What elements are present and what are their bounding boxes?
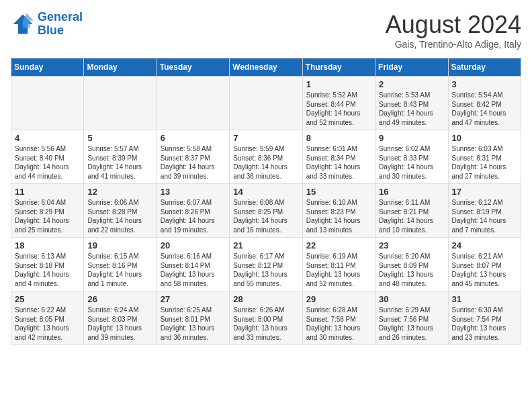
calendar-week-2: 4Sunrise: 5:56 AM Sunset: 8:40 PM Daylig… <box>11 130 521 184</box>
calendar-day: 23Sunrise: 6:20 AM Sunset: 8:09 PM Dayli… <box>375 238 448 291</box>
day-info: Sunrise: 6:13 AM Sunset: 8:18 PM Dayligh… <box>15 252 80 288</box>
day-info: Sunrise: 6:17 AM Sunset: 8:12 PM Dayligh… <box>233 252 298 288</box>
day-info: Sunrise: 6:30 AM Sunset: 7:54 PM Dayligh… <box>452 306 517 342</box>
calendar-day: 22Sunrise: 6:19 AM Sunset: 8:11 PM Dayli… <box>302 238 375 291</box>
calendar-day: 9Sunrise: 6:02 AM Sunset: 8:33 PM Daylig… <box>375 130 448 184</box>
logo-text: General Blue <box>38 11 83 38</box>
day-info: Sunrise: 6:26 AM Sunset: 8:00 PM Dayligh… <box>233 306 298 342</box>
day-info: Sunrise: 6:01 AM Sunset: 8:34 PM Dayligh… <box>306 144 371 181</box>
day-number: 1 <box>306 79 371 89</box>
day-number: 6 <box>161 133 226 143</box>
calendar-day: 7Sunrise: 5:59 AM Sunset: 8:36 PM Daylig… <box>230 130 302 184</box>
calendar-day: 16Sunrise: 6:11 AM Sunset: 8:21 PM Dayli… <box>375 184 448 238</box>
day-number: 16 <box>379 187 444 197</box>
logo: General Blue <box>11 11 83 38</box>
calendar-day: 28Sunrise: 6:26 AM Sunset: 8:00 PM Dayli… <box>230 291 302 345</box>
day-info: Sunrise: 6:03 AM Sunset: 8:31 PM Dayligh… <box>452 144 517 181</box>
day-info: Sunrise: 6:25 AM Sunset: 8:01 PM Dayligh… <box>161 306 226 342</box>
calendar-day: 21Sunrise: 6:17 AM Sunset: 8:12 PM Dayli… <box>230 238 302 291</box>
calendar-day: 4Sunrise: 5:56 AM Sunset: 8:40 PM Daylig… <box>11 130 84 184</box>
calendar-day: 24Sunrise: 6:21 AM Sunset: 8:07 PM Dayli… <box>448 238 521 291</box>
calendar-body: 1Sunrise: 5:52 AM Sunset: 8:44 PM Daylig… <box>11 77 521 345</box>
svg-marker-1 <box>23 13 34 28</box>
day-number: 22 <box>306 240 371 250</box>
day-number: 11 <box>15 187 80 197</box>
day-number: 8 <box>306 133 371 143</box>
day-number: 10 <box>452 133 517 143</box>
calendar-day <box>157 77 229 130</box>
day-number: 30 <box>379 294 444 304</box>
calendar-week-4: 18Sunrise: 6:13 AM Sunset: 8:18 PM Dayli… <box>11 238 521 291</box>
day-info: Sunrise: 5:54 AM Sunset: 8:42 PM Dayligh… <box>452 91 517 127</box>
day-info: Sunrise: 5:58 AM Sunset: 8:37 PM Dayligh… <box>161 144 226 181</box>
logo-line1: General <box>38 10 83 24</box>
title-block: August 2024 Gais, Trentino-Alto Adige, I… <box>386 11 521 50</box>
calendar-day: 27Sunrise: 6:25 AM Sunset: 8:01 PM Dayli… <box>157 291 229 345</box>
day-number: 17 <box>452 187 517 197</box>
day-number: 23 <box>379 240 444 250</box>
calendar-header: SundayMondayTuesdayWednesdayThursdayFrid… <box>11 58 521 77</box>
calendar-day: 3Sunrise: 5:54 AM Sunset: 8:42 PM Daylig… <box>448 77 521 130</box>
day-number: 25 <box>15 294 80 304</box>
day-number: 15 <box>306 187 371 197</box>
logo-icon <box>11 12 35 36</box>
day-number: 21 <box>233 240 298 250</box>
day-info: Sunrise: 6:10 AM Sunset: 8:23 PM Dayligh… <box>306 198 371 234</box>
day-info: Sunrise: 6:20 AM Sunset: 8:09 PM Dayligh… <box>379 252 444 288</box>
day-number: 19 <box>87 240 152 250</box>
calendar-day: 13Sunrise: 6:07 AM Sunset: 8:26 PM Dayli… <box>157 184 229 238</box>
day-info: Sunrise: 6:28 AM Sunset: 7:58 PM Dayligh… <box>306 306 371 342</box>
day-info: Sunrise: 5:53 AM Sunset: 8:43 PM Dayligh… <box>379 91 444 127</box>
calendar-day: 25Sunrise: 6:22 AM Sunset: 8:05 PM Dayli… <box>11 291 84 345</box>
calendar-day: 18Sunrise: 6:13 AM Sunset: 8:18 PM Dayli… <box>11 238 84 291</box>
day-info: Sunrise: 6:11 AM Sunset: 8:21 PM Dayligh… <box>379 198 444 234</box>
day-info: Sunrise: 6:21 AM Sunset: 8:07 PM Dayligh… <box>452 252 517 288</box>
day-number: 24 <box>452 240 517 250</box>
day-number: 12 <box>87 187 152 197</box>
day-info: Sunrise: 6:16 AM Sunset: 8:14 PM Dayligh… <box>161 252 226 288</box>
month-title: August 2024 <box>386 11 521 39</box>
day-header-saturday: Saturday <box>448 58 521 77</box>
calendar-day <box>230 77 302 130</box>
day-header-tuesday: Tuesday <box>157 58 229 77</box>
day-header-wednesday: Wednesday <box>230 58 302 77</box>
day-info: Sunrise: 6:12 AM Sunset: 8:19 PM Dayligh… <box>452 198 517 234</box>
calendar-day: 31Sunrise: 6:30 AM Sunset: 7:54 PM Dayli… <box>448 291 521 345</box>
day-number: 2 <box>379 79 444 89</box>
day-number: 14 <box>233 187 298 197</box>
calendar-day: 26Sunrise: 6:24 AM Sunset: 8:03 PM Dayli… <box>84 291 157 345</box>
calendar-day: 15Sunrise: 6:10 AM Sunset: 8:23 PM Dayli… <box>302 184 375 238</box>
day-info: Sunrise: 6:22 AM Sunset: 8:05 PM Dayligh… <box>15 306 80 342</box>
calendar-day: 30Sunrise: 6:29 AM Sunset: 7:56 PM Dayli… <box>375 291 448 345</box>
day-number: 13 <box>161 187 226 197</box>
calendar-day: 1Sunrise: 5:52 AM Sunset: 8:44 PM Daylig… <box>302 77 375 130</box>
calendar-day: 20Sunrise: 6:16 AM Sunset: 8:14 PM Dayli… <box>157 238 229 291</box>
day-number: 28 <box>233 294 298 304</box>
day-info: Sunrise: 6:24 AM Sunset: 8:03 PM Dayligh… <box>87 306 152 342</box>
day-number: 5 <box>87 133 152 143</box>
logo-line2: Blue <box>38 24 64 37</box>
day-number: 31 <box>452 294 517 304</box>
day-info: Sunrise: 5:56 AM Sunset: 8:40 PM Dayligh… <box>15 144 80 181</box>
calendar-day: 6Sunrise: 5:58 AM Sunset: 8:37 PM Daylig… <box>157 130 229 184</box>
calendar-week-5: 25Sunrise: 6:22 AM Sunset: 8:05 PM Dayli… <box>11 291 521 345</box>
day-number: 29 <box>306 294 371 304</box>
calendar-day <box>11 77 84 130</box>
day-number: 26 <box>87 294 152 304</box>
calendar-day: 5Sunrise: 5:57 AM Sunset: 8:39 PM Daylig… <box>84 130 157 184</box>
day-header-friday: Friday <box>375 58 448 77</box>
day-number: 9 <box>379 133 444 143</box>
day-number: 27 <box>161 294 226 304</box>
calendar-day: 12Sunrise: 6:06 AM Sunset: 8:28 PM Dayli… <box>84 184 157 238</box>
day-info: Sunrise: 6:08 AM Sunset: 8:25 PM Dayligh… <box>233 198 298 234</box>
calendar-table: SundayMondayTuesdayWednesdayThursdayFrid… <box>11 58 521 345</box>
day-info: Sunrise: 6:19 AM Sunset: 8:11 PM Dayligh… <box>306 252 371 288</box>
calendar-day: 11Sunrise: 6:04 AM Sunset: 8:29 PM Dayli… <box>11 184 84 238</box>
day-info: Sunrise: 5:59 AM Sunset: 8:36 PM Dayligh… <box>233 144 298 181</box>
page-header: General Blue August 2024 Gais, Trentino-… <box>11 11 521 50</box>
calendar-day: 8Sunrise: 6:01 AM Sunset: 8:34 PM Daylig… <box>302 130 375 184</box>
day-header-monday: Monday <box>84 58 157 77</box>
day-number: 7 <box>233 133 298 143</box>
day-number: 4 <box>15 133 80 143</box>
day-info: Sunrise: 5:57 AM Sunset: 8:39 PM Dayligh… <box>87 144 152 181</box>
